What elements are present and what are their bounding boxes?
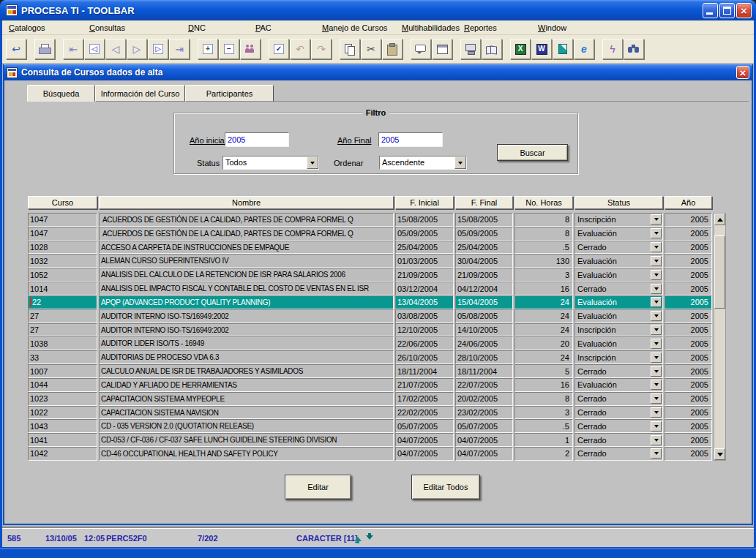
table-row[interactable]: 1032ALEMAN CURSO SUPERINTENSIVO IV01/03/… (28, 254, 712, 268)
maximize-button[interactable] (719, 3, 735, 18)
table-row[interactable]: 1047 ACUERDOS DE GESTIÓN DE LA CALIDAD, … (28, 213, 712, 227)
ordenar-dropdown[interactable]: Ascendente (379, 156, 467, 170)
status-dropdown-button[interactable] (651, 366, 662, 377)
buscar-button[interactable]: Buscar (497, 144, 568, 161)
ano-inicial-input[interactable] (225, 132, 289, 147)
table-row[interactable]: 1038AUDITOR LIDER ISO/TS - 1694922/06/20… (28, 336, 712, 350)
column-header-status[interactable]: Status (575, 196, 663, 209)
status-dropdown-button[interactable] (651, 421, 662, 431)
menu-multihabilidades[interactable]: Multihabilidades (399, 20, 463, 35)
menu-window[interactable]: Window (535, 20, 569, 35)
status-dropdown-button[interactable] (651, 393, 662, 404)
status-dropdown-button[interactable] (651, 214, 662, 225)
word-button[interactable]: W (531, 39, 552, 59)
column-header-nombre[interactable]: Nombre (99, 196, 394, 209)
table-row[interactable]: 1022CAPACITACION SISTEMA NAVISION22/02/2… (28, 406, 712, 420)
table-row[interactable]: 1044CALIDAD Y AFLIADO DE HERRAMIENTAS21/… (28, 378, 712, 392)
next-record-button[interactable]: ▷ (127, 39, 147, 59)
tab-busqueda[interactable]: Búsqueda (27, 85, 95, 102)
comment-button[interactable] (411, 39, 431, 59)
tab-participantes[interactable]: Participantes (185, 85, 274, 102)
table-row[interactable]: 1014ANALISIS DEL IMPACTO FISCAL Y CONTAB… (28, 282, 712, 295)
column-header-no-horas[interactable]: No. Horas (514, 196, 573, 209)
table-row[interactable]: 22APQP (ADVANCED PRODUCT QUALITY PLANNIN… (28, 295, 712, 309)
table-row[interactable]: 33AUDITORIAS DE PROCESO VDA 6.326/10/200… (28, 350, 712, 364)
table-row[interactable]: 1052ANALISIS DEL CALCULO DE LA RETENCION… (28, 268, 712, 282)
column-header-curso[interactable]: Curso (28, 196, 97, 209)
first-record-button[interactable]: ⇤ (63, 39, 83, 59)
table-row[interactable]: 27AUDITOR INTERNO ISO-TS/16949:200212/10… (28, 323, 712, 337)
status-dropdown-button[interactable] (651, 270, 662, 280)
menu-consultas[interactable]: Consultas (86, 20, 128, 35)
vertical-scrollbar[interactable] (714, 213, 726, 461)
menu-pac[interactable]: PAC (252, 20, 274, 35)
next-block-button[interactable]: ▷ (148, 39, 168, 59)
commit-button[interactable]: ✓ (269, 39, 289, 59)
status-dropdown-button[interactable] (651, 284, 662, 294)
help-book-button[interactable] (482, 39, 502, 59)
table-row[interactable]: 1047 ACUERDOS DE GESTIÓN DE LA CALIDAD, … (28, 227, 712, 241)
child-close-button[interactable] (736, 66, 749, 79)
column-header-f-inicial[interactable]: F. Inicial (395, 196, 454, 209)
status-dropdown-button[interactable] (651, 242, 662, 252)
scrollbar-down-button[interactable] (714, 448, 725, 460)
ano-final-input[interactable] (378, 132, 443, 147)
table-row[interactable]: 1042CD-46 OCCUPATIONAL HEALTH AND SAFETY… (28, 447, 712, 461)
table-row[interactable]: 1007CALCULO ANUAL DE ISR DE TRABAJADORES… (28, 364, 712, 378)
tab-informacion-del-curso[interactable]: Información del Curso (95, 85, 185, 102)
notes-button[interactable] (553, 39, 573, 59)
scrollbar-thumb[interactable] (714, 235, 725, 309)
menu-reportes[interactable]: Reportes (461, 20, 500, 35)
dropdown-arrow-icon[interactable] (454, 157, 466, 169)
editar-todos-button[interactable]: Editar Todos (411, 475, 480, 499)
print-button[interactable] (34, 39, 55, 59)
status-dropdown-button[interactable] (651, 407, 662, 418)
menu-dnc[interactable]: DNC (185, 20, 209, 35)
status-dropdown-button[interactable] (651, 448, 662, 459)
spellcheck-button[interactable]: ϟ (602, 39, 623, 59)
status-dropdown-button[interactable] (651, 228, 662, 238)
table-row[interactable]: 1043CD - 035 VERSION 2.0 (QUOTATION RELE… (28, 419, 712, 433)
status-filter-dropdown[interactable]: Todos (222, 156, 319, 170)
clear-button[interactable]: ↷ (311, 39, 332, 59)
cut-button[interactable]: ✂ (361, 39, 381, 59)
table-row[interactable]: 27AUDITOR INTERNO ISO-TS/16949:200203/08… (28, 309, 712, 323)
status-dropdown-button[interactable] (651, 435, 662, 445)
rollback-button[interactable]: ↶ (290, 39, 310, 59)
status-dropdown-button[interactable] (651, 352, 662, 363)
close-button[interactable] (736, 3, 752, 18)
record-up-icon[interactable] (353, 533, 362, 543)
previous-block-button[interactable]: ◁ (84, 39, 105, 59)
editar-button[interactable]: Editar (285, 475, 351, 499)
status-dropdown-button[interactable] (651, 339, 662, 349)
table-row[interactable]: 1028ACCESO A CARPETA DE INSTRUCCIONES DE… (28, 241, 712, 255)
column-header-ano[interactable]: Año (665, 196, 712, 209)
dropdown-arrow-icon[interactable] (307, 157, 318, 169)
excel-button[interactable]: X (510, 39, 531, 59)
status-dropdown-button[interactable] (651, 325, 662, 335)
minimize-button[interactable] (703, 3, 718, 18)
scrollbar-up-button[interactable] (714, 214, 725, 225)
delete-record-button[interactable]: − (219, 39, 239, 59)
record-down-icon[interactable] (365, 533, 374, 543)
table-row[interactable]: 1023CAPACITACION SISTEMA MYPEOPLE17/02/2… (28, 392, 712, 406)
status-dropdown-button[interactable] (651, 256, 662, 266)
status-dropdown-button[interactable] (651, 380, 662, 390)
last-record-button[interactable]: ⇥ (169, 39, 190, 59)
find-button[interactable] (624, 39, 644, 59)
copy-button[interactable] (340, 39, 360, 59)
paste-button[interactable] (382, 39, 403, 59)
column-header-f-final[interactable]: F. Final (455, 196, 513, 209)
menu-catalogos[interactable]: Catalogos (6, 20, 48, 35)
internet-explorer-button[interactable]: e (574, 39, 594, 59)
window-button[interactable] (432, 39, 452, 59)
keyboard-button[interactable] (460, 39, 481, 59)
attendees-button[interactable] (240, 39, 261, 59)
table-row[interactable]: 1041CD-053 / CF-036 / CF-037 SAFE LUNCH … (28, 433, 712, 447)
status-dropdown-button[interactable] (651, 311, 662, 321)
exit-button[interactable]: ↩ (6, 39, 26, 59)
insert-record-button[interactable]: + (198, 39, 218, 59)
previous-record-button[interactable]: ◁ (105, 39, 126, 59)
menu-manejo-de-cursos[interactable]: Manejo de Cursos (319, 20, 390, 35)
status-dropdown-button[interactable] (651, 297, 662, 307)
